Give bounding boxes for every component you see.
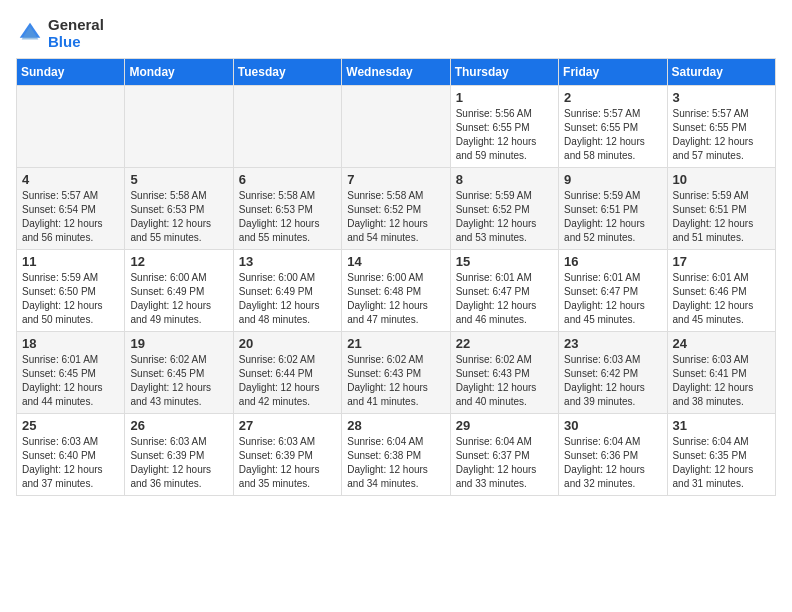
calendar-cell: 10Sunrise: 5:59 AM Sunset: 6:51 PM Dayli… (667, 168, 775, 250)
calendar-header-row: SundayMondayTuesdayWednesdayThursdayFrid… (17, 59, 776, 86)
day-number: 21 (347, 336, 444, 351)
day-number: 16 (564, 254, 661, 269)
calendar-cell: 18Sunrise: 6:01 AM Sunset: 6:45 PM Dayli… (17, 332, 125, 414)
day-number: 11 (22, 254, 119, 269)
day-info: Sunrise: 5:58 AM Sunset: 6:53 PM Dayligh… (130, 189, 227, 245)
calendar-cell: 17Sunrise: 6:01 AM Sunset: 6:46 PM Dayli… (667, 250, 775, 332)
calendar-table: SundayMondayTuesdayWednesdayThursdayFrid… (16, 58, 776, 496)
calendar-cell: 20Sunrise: 6:02 AM Sunset: 6:44 PM Dayli… (233, 332, 341, 414)
day-number: 23 (564, 336, 661, 351)
day-info: Sunrise: 6:03 AM Sunset: 6:40 PM Dayligh… (22, 435, 119, 491)
day-number: 13 (239, 254, 336, 269)
calendar-cell: 14Sunrise: 6:00 AM Sunset: 6:48 PM Dayli… (342, 250, 450, 332)
day-info: Sunrise: 6:02 AM Sunset: 6:45 PM Dayligh… (130, 353, 227, 409)
day-info: Sunrise: 6:00 AM Sunset: 6:48 PM Dayligh… (347, 271, 444, 327)
calendar-cell: 8Sunrise: 5:59 AM Sunset: 6:52 PM Daylig… (450, 168, 558, 250)
day-info: Sunrise: 6:01 AM Sunset: 6:45 PM Dayligh… (22, 353, 119, 409)
day-number: 28 (347, 418, 444, 433)
column-header-saturday: Saturday (667, 59, 775, 86)
day-number: 20 (239, 336, 336, 351)
calendar-cell: 28Sunrise: 6:04 AM Sunset: 6:38 PM Dayli… (342, 414, 450, 496)
day-info: Sunrise: 5:57 AM Sunset: 6:55 PM Dayligh… (673, 107, 770, 163)
calendar-cell: 11Sunrise: 5:59 AM Sunset: 6:50 PM Dayli… (17, 250, 125, 332)
calendar-cell: 31Sunrise: 6:04 AM Sunset: 6:35 PM Dayli… (667, 414, 775, 496)
column-header-thursday: Thursday (450, 59, 558, 86)
day-number: 18 (22, 336, 119, 351)
day-info: Sunrise: 6:01 AM Sunset: 6:46 PM Dayligh… (673, 271, 770, 327)
day-number: 15 (456, 254, 553, 269)
day-number: 30 (564, 418, 661, 433)
day-number: 19 (130, 336, 227, 351)
day-number: 25 (22, 418, 119, 433)
day-number: 24 (673, 336, 770, 351)
calendar-cell: 6Sunrise: 5:58 AM Sunset: 6:53 PM Daylig… (233, 168, 341, 250)
day-info: Sunrise: 6:04 AM Sunset: 6:38 PM Dayligh… (347, 435, 444, 491)
day-info: Sunrise: 6:01 AM Sunset: 6:47 PM Dayligh… (456, 271, 553, 327)
day-info: Sunrise: 6:00 AM Sunset: 6:49 PM Dayligh… (239, 271, 336, 327)
column-header-sunday: Sunday (17, 59, 125, 86)
column-header-friday: Friday (559, 59, 667, 86)
day-number: 31 (673, 418, 770, 433)
calendar-cell: 19Sunrise: 6:02 AM Sunset: 6:45 PM Dayli… (125, 332, 233, 414)
day-info: Sunrise: 5:59 AM Sunset: 6:51 PM Dayligh… (673, 189, 770, 245)
calendar-week-row: 18Sunrise: 6:01 AM Sunset: 6:45 PM Dayli… (17, 332, 776, 414)
day-info: Sunrise: 6:03 AM Sunset: 6:39 PM Dayligh… (130, 435, 227, 491)
calendar-week-row: 11Sunrise: 5:59 AM Sunset: 6:50 PM Dayli… (17, 250, 776, 332)
calendar-cell: 21Sunrise: 6:02 AM Sunset: 6:43 PM Dayli… (342, 332, 450, 414)
day-number: 22 (456, 336, 553, 351)
calendar-cell: 12Sunrise: 6:00 AM Sunset: 6:49 PM Dayli… (125, 250, 233, 332)
calendar-week-row: 25Sunrise: 6:03 AM Sunset: 6:40 PM Dayli… (17, 414, 776, 496)
calendar-cell: 4Sunrise: 5:57 AM Sunset: 6:54 PM Daylig… (17, 168, 125, 250)
calendar-cell: 16Sunrise: 6:01 AM Sunset: 6:47 PM Dayli… (559, 250, 667, 332)
calendar-week-row: 4Sunrise: 5:57 AM Sunset: 6:54 PM Daylig… (17, 168, 776, 250)
logo-text: General Blue (48, 16, 104, 50)
calendar-cell (125, 86, 233, 168)
calendar-cell: 3Sunrise: 5:57 AM Sunset: 6:55 PM Daylig… (667, 86, 775, 168)
logo: General Blue (16, 16, 104, 50)
day-info: Sunrise: 6:04 AM Sunset: 6:36 PM Dayligh… (564, 435, 661, 491)
calendar-cell (342, 86, 450, 168)
day-number: 4 (22, 172, 119, 187)
day-info: Sunrise: 6:02 AM Sunset: 6:44 PM Dayligh… (239, 353, 336, 409)
calendar-cell (17, 86, 125, 168)
calendar-cell: 9Sunrise: 5:59 AM Sunset: 6:51 PM Daylig… (559, 168, 667, 250)
calendar-cell: 15Sunrise: 6:01 AM Sunset: 6:47 PM Dayli… (450, 250, 558, 332)
calendar-cell: 22Sunrise: 6:02 AM Sunset: 6:43 PM Dayli… (450, 332, 558, 414)
calendar-cell: 29Sunrise: 6:04 AM Sunset: 6:37 PM Dayli… (450, 414, 558, 496)
calendar-cell: 27Sunrise: 6:03 AM Sunset: 6:39 PM Dayli… (233, 414, 341, 496)
page-header: General Blue (16, 16, 776, 50)
day-info: Sunrise: 5:58 AM Sunset: 6:53 PM Dayligh… (239, 189, 336, 245)
calendar-week-row: 1Sunrise: 5:56 AM Sunset: 6:55 PM Daylig… (17, 86, 776, 168)
day-info: Sunrise: 6:04 AM Sunset: 6:37 PM Dayligh… (456, 435, 553, 491)
calendar-cell: 13Sunrise: 6:00 AM Sunset: 6:49 PM Dayli… (233, 250, 341, 332)
calendar-cell (233, 86, 341, 168)
day-number: 7 (347, 172, 444, 187)
day-number: 14 (347, 254, 444, 269)
day-number: 6 (239, 172, 336, 187)
day-number: 8 (456, 172, 553, 187)
day-number: 9 (564, 172, 661, 187)
day-info: Sunrise: 6:03 AM Sunset: 6:39 PM Dayligh… (239, 435, 336, 491)
calendar-cell: 24Sunrise: 6:03 AM Sunset: 6:41 PM Dayli… (667, 332, 775, 414)
day-info: Sunrise: 5:58 AM Sunset: 6:52 PM Dayligh… (347, 189, 444, 245)
calendar-cell: 23Sunrise: 6:03 AM Sunset: 6:42 PM Dayli… (559, 332, 667, 414)
calendar-cell: 1Sunrise: 5:56 AM Sunset: 6:55 PM Daylig… (450, 86, 558, 168)
day-number: 12 (130, 254, 227, 269)
calendar-cell: 30Sunrise: 6:04 AM Sunset: 6:36 PM Dayli… (559, 414, 667, 496)
day-info: Sunrise: 6:03 AM Sunset: 6:42 PM Dayligh… (564, 353, 661, 409)
day-number: 29 (456, 418, 553, 433)
day-info: Sunrise: 5:59 AM Sunset: 6:50 PM Dayligh… (22, 271, 119, 327)
day-info: Sunrise: 5:57 AM Sunset: 6:55 PM Dayligh… (564, 107, 661, 163)
calendar-cell: 7Sunrise: 5:58 AM Sunset: 6:52 PM Daylig… (342, 168, 450, 250)
day-number: 5 (130, 172, 227, 187)
day-number: 26 (130, 418, 227, 433)
column-header-tuesday: Tuesday (233, 59, 341, 86)
day-number: 27 (239, 418, 336, 433)
calendar-cell: 25Sunrise: 6:03 AM Sunset: 6:40 PM Dayli… (17, 414, 125, 496)
day-number: 3 (673, 90, 770, 105)
day-info: Sunrise: 6:02 AM Sunset: 6:43 PM Dayligh… (456, 353, 553, 409)
column-header-wednesday: Wednesday (342, 59, 450, 86)
day-info: Sunrise: 6:00 AM Sunset: 6:49 PM Dayligh… (130, 271, 227, 327)
day-number: 10 (673, 172, 770, 187)
logo-icon (16, 19, 44, 47)
